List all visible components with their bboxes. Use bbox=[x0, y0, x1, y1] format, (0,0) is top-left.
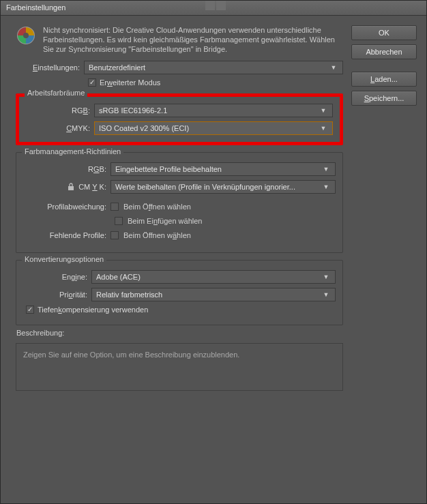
policy-cmyk-value: Werte beibehalten (Profile in Verknüpfun… bbox=[115, 183, 295, 191]
mismatch-label: Profilabweichung: bbox=[23, 203, 111, 211]
intent-dropdown[interactable]: Relativ farbmetrisch▼ bbox=[91, 288, 336, 301]
policy-rgb-dropdown[interactable]: Eingebettete Profile beibehalten▼ bbox=[111, 162, 336, 176]
advanced-mode-label: Erweiterter Modus bbox=[100, 78, 160, 87]
window-title: Farbeinstellungen bbox=[6, 3, 65, 12]
engine-value: Adobe (ACE) bbox=[96, 273, 141, 281]
conversion-title: Konvertierungsoptionen bbox=[22, 255, 106, 263]
save-button[interactable]: Speichern... bbox=[351, 91, 417, 106]
intent-label: Priorität: bbox=[23, 291, 91, 299]
working-spaces-title: Arbeitsfarbräume bbox=[25, 89, 87, 97]
policies-title: Farbmanagement-Richtlinien bbox=[22, 147, 123, 155]
description-text: Zeigen Sie auf eine Option, um eine Besc… bbox=[23, 351, 336, 359]
svg-rect-2 bbox=[68, 186, 74, 190]
chevron-down-icon: ▼ bbox=[329, 64, 338, 71]
policies-group: Farbmanagement-Richtlinien RGB: Eingebet… bbox=[16, 152, 343, 253]
svg-point-1 bbox=[23, 33, 29, 38]
mismatch-paste-checkbox[interactable] bbox=[115, 217, 123, 225]
intent-value: Relativ farbmetrisch bbox=[96, 291, 162, 299]
cancel-button[interactable]: Abbrechen bbox=[351, 44, 417, 59]
cmyk-profile-value: ISO Coated v2 300% (ECI) bbox=[99, 124, 189, 132]
cmyk-label: CMYK: bbox=[26, 124, 94, 132]
cmyk-profile-dropdown[interactable]: ISO Coated v2 300% (ECI)▼ bbox=[94, 121, 333, 135]
rgb-label: RGB: bbox=[26, 106, 94, 115]
ok-button[interactable]: OK bbox=[351, 25, 417, 40]
chevron-down-icon: ▼ bbox=[319, 125, 328, 132]
missing-open-checkbox[interactable] bbox=[111, 231, 119, 239]
chevron-down-icon: ▼ bbox=[321, 166, 331, 173]
description-title: Beschreibung: bbox=[16, 329, 64, 337]
color-settings-dialog: Farbeinstellungen Nicht synchronisiert: … bbox=[0, 0, 427, 504]
chevron-down-icon: ▼ bbox=[319, 107, 328, 114]
settings-label: Einstellungen: bbox=[16, 63, 84, 72]
blackpoint-label: Tiefenkompensierung verwenden bbox=[38, 306, 148, 314]
settings-value: Benutzerdefiniert bbox=[89, 63, 145, 72]
mismatch-open-label: Beim Öffnen wählen bbox=[123, 203, 191, 211]
chevron-down-icon: ▼ bbox=[321, 183, 331, 190]
engine-label: Engine: bbox=[23, 273, 91, 281]
working-spaces-group: Arbeitsfarbräume RGB: sRGB IEC61966-2.1▼… bbox=[16, 93, 343, 145]
mismatch-open-checkbox[interactable] bbox=[111, 203, 119, 211]
chevron-down-icon: ▼ bbox=[321, 291, 331, 298]
conversion-group: Konvertierungsoptionen Engine: Adobe (AC… bbox=[16, 260, 343, 325]
sync-status-icon bbox=[16, 25, 36, 46]
policy-cmyk-label: CMYK: bbox=[23, 183, 111, 191]
missing-open-label: Beim Öffnen wählen bbox=[123, 231, 191, 239]
settings-dropdown[interactable]: Benutzerdefiniert▼ bbox=[84, 61, 343, 74]
missing-label: Fehlende Profile: bbox=[23, 231, 111, 239]
advanced-mode-checkbox[interactable] bbox=[88, 78, 96, 87]
rgb-profile-dropdown[interactable]: sRGB IEC61966-2.1▼ bbox=[94, 104, 333, 117]
policy-rgb-label: RGB: bbox=[23, 165, 111, 173]
policy-cmyk-dropdown[interactable]: Werte beibehalten (Profile in Verknüpfun… bbox=[111, 180, 336, 194]
blackpoint-checkbox[interactable] bbox=[26, 306, 34, 314]
titlebar[interactable]: Farbeinstellungen bbox=[1, 1, 426, 16]
policy-rgb-value: Eingebettete Profile beibehalten bbox=[115, 165, 222, 173]
description-box: Beschreibung: Zeigen Sie auf eine Option… bbox=[16, 343, 343, 391]
engine-dropdown[interactable]: Adobe (ACE)▼ bbox=[91, 270, 336, 284]
chevron-down-icon: ▼ bbox=[321, 273, 331, 280]
sync-status-text: Nicht synchronisiert: Die Creative Cloud… bbox=[43, 25, 343, 54]
rgb-profile-value: sRGB IEC61966-2.1 bbox=[99, 106, 167, 115]
lock-icon bbox=[67, 183, 75, 191]
mismatch-paste-label: Beim Einfügen wählen bbox=[128, 217, 202, 225]
load-button[interactable]: Laden... bbox=[351, 72, 417, 87]
